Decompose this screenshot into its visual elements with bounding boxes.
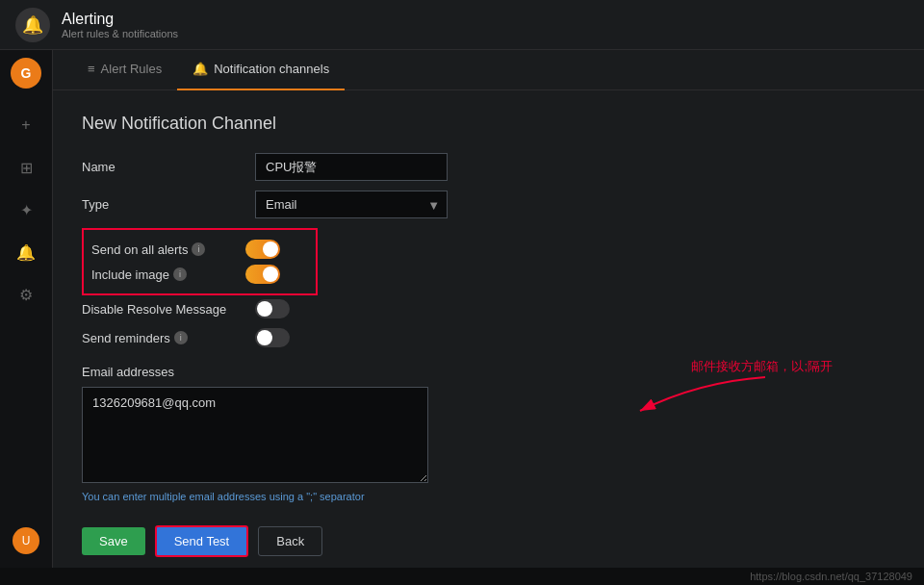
bell-icon: 🔔 [16, 243, 36, 262]
sidebar-item-add[interactable]: + [5, 106, 47, 144]
tab-notification-channels[interactable]: 🔔 Notification channels [177, 50, 345, 90]
send-reminders-toggle[interactable] [255, 328, 290, 347]
tab-notification-channels-label: Notification channels [214, 62, 329, 76]
main-layout: G + ⊞ ✦ 🔔 ⚙ U ≡ Alert Rules 🔔 Noti [0, 50, 924, 568]
send-test-button[interactable]: Send Test [155, 525, 249, 557]
send-reminders-info-icon[interactable]: i [174, 331, 188, 344]
header-subtitle: Alert rules & notifications [62, 28, 178, 39]
explore-icon: ✦ [20, 201, 33, 219]
email-helper: You can enter multiple email addresses u… [82, 491, 428, 502]
sidebar: G + ⊞ ✦ 🔔 ⚙ U [0, 50, 53, 568]
send-on-all-alerts-info-icon[interactable]: i [192, 242, 205, 256]
dashboard-icon: ⊞ [20, 159, 33, 177]
sidebar-item-alerting[interactable]: 🔔 [5, 233, 47, 271]
include-image-label: Include image i [91, 267, 245, 282]
name-label: Name [82, 160, 255, 174]
disable-resolve-row: Disable Resolve Message [82, 299, 621, 318]
include-image-info-icon[interactable]: i [173, 267, 187, 281]
toggle-knob-3 [257, 301, 272, 317]
send-on-all-alerts-toggle[interactable] [245, 240, 280, 259]
toggle-knob-2 [263, 267, 278, 282]
toggle-rows-group: Send on all alerts i Include image i [82, 228, 318, 295]
back-button[interactable]: Back [258, 526, 322, 556]
notification-channels-icon: 🔔 [192, 62, 208, 76]
gear-icon: ⚙ [19, 286, 33, 304]
email-annotation-container: 邮件接收方邮箱，以;隔开 1326209681@qq.com [82, 387, 621, 486]
header-text: Alerting Alert rules & notifications [62, 11, 178, 39]
toggle-knob-4 [257, 330, 272, 345]
send-reminders-label: Send reminders i [82, 331, 255, 345]
header-bell-icon: 🔔 [15, 8, 50, 42]
grafana-logo: G [11, 58, 41, 89]
url-text: https://blog.csdn.net/qq_37128049 [750, 571, 912, 582]
page-title: New Notification Channel [82, 114, 895, 134]
name-row: Name [82, 153, 621, 181]
page-content: New Notification Channel Name Type Email… [53, 90, 924, 568]
disable-resolve-label: Disable Resolve Message [82, 302, 255, 317]
toggle-knob [263, 242, 278, 257]
alert-rules-icon: ≡ [88, 62, 95, 76]
content-area: ≡ Alert Rules 🔔 Notification channels Ne… [53, 50, 924, 568]
sidebar-item-explore[interactable]: ✦ [5, 191, 47, 229]
send-on-all-alerts-label: Send on all alerts i [91, 242, 245, 257]
include-image-toggle[interactable] [245, 265, 280, 284]
annotation-arrow [621, 372, 775, 430]
include-image-row: Include image i [91, 265, 308, 284]
url-bar: https://blog.csdn.net/qq_37128049 [0, 568, 924, 585]
tab-alert-rules-label: Alert Rules [101, 62, 163, 76]
type-select[interactable]: Email Slack PagerDuty OpsGenie Webhook [255, 191, 448, 218]
type-row: Type Email Slack PagerDuty OpsGenie Webh… [82, 191, 621, 218]
tab-bar: ≡ Alert Rules 🔔 Notification channels [53, 50, 924, 90]
email-textarea[interactable]: 1326209681@qq.com [82, 387, 428, 483]
top-header: 🔔 Alerting Alert rules & notifications [0, 0, 924, 50]
name-input[interactable] [255, 153, 448, 181]
sidebar-item-settings[interactable]: ⚙ [5, 275, 47, 314]
email-section-label: Email addresses [82, 365, 621, 379]
send-on-all-alerts-row: Send on all alerts i [91, 240, 308, 259]
tab-alert-rules[interactable]: ≡ Alert Rules [72, 50, 177, 90]
type-label: Type [82, 197, 255, 212]
sidebar-item-dashboard[interactable]: ⊞ [5, 148, 47, 187]
send-reminders-row: Send reminders i [82, 328, 621, 347]
user-avatar[interactable]: U [13, 527, 39, 554]
disable-resolve-toggle[interactable] [255, 299, 290, 318]
plus-icon: + [21, 116, 30, 134]
form-section: Name Type Email Slack PagerDuty OpsGenie… [82, 153, 621, 557]
email-section: Email addresses 邮件接收方邮箱，以;隔开 [82, 365, 621, 502]
annotation-text: 邮件接收方邮箱，以;隔开 [691, 358, 833, 375]
save-button[interactable]: Save [82, 527, 145, 555]
header-title: Alerting [62, 11, 178, 28]
type-select-wrapper: Email Slack PagerDuty OpsGenie Webhook ▼ [255, 191, 448, 218]
button-row: Save Send Test Back [82, 525, 621, 557]
